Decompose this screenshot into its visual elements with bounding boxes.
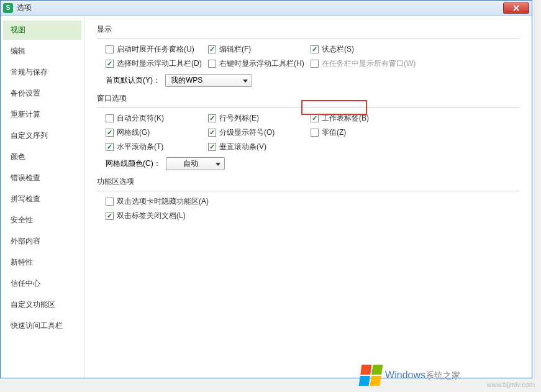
sidebar-item-color[interactable]: 颜色 [3,147,81,166]
label-gridlines: 网格线(G) [117,127,150,138]
gridline-color-value: 自动 [183,158,198,169]
sidebar-item-spellcheck[interactable]: 拼写检查 [3,189,81,209]
label-hscroll: 水平滚动条(T) [117,142,163,152]
window-title: 选项 [17,2,32,13]
sidebar-item-edit[interactable]: 编辑 [3,42,81,61]
sidebar-item-new-features[interactable]: 新特性 [3,253,81,272]
watermark-sub: 系统之家 [425,370,460,380]
checkbox-zero-values[interactable] [311,129,319,137]
checkbox-sheet-tabs[interactable] [311,114,319,122]
checkbox-auto-page-break[interactable] [106,114,114,122]
checkbox-hscroll[interactable] [106,143,114,151]
sidebar-item-trust-center[interactable]: 信任中心 [3,274,81,293]
default-tab-select[interactable]: 我的WPS [165,74,252,87]
label-vscroll: 垂直滚动条(V) [219,142,266,152]
checkbox-formula-bar[interactable] [208,45,216,53]
checkbox-status-bar[interactable] [311,45,319,53]
checkbox-row-col-headers[interactable] [208,114,216,122]
gridline-color-select[interactable]: 自动 [166,157,225,170]
label-float-right: 右键时显示浮动工具栏(H) [219,58,304,69]
section-window-title: 窗口选项 [97,93,519,104]
divider [97,191,519,191]
checkbox-float-select[interactable] [106,60,114,68]
checkbox-dblclick-close[interactable] [106,212,114,220]
close-icon [513,5,519,11]
label-auto-page-break: 自动分页符(K) [117,113,164,124]
gridline-color-label: 网格线颜色(C)： [106,158,161,169]
label-outline-symbols: 分级显示符号(O) [219,127,275,138]
label-dblclick-close: 双击标签关闭文档(L) [117,211,186,221]
sidebar-item-recalc[interactable]: 重新计算 [3,105,81,124]
sidebar-item-quick-access[interactable]: 快速访问工具栏 [3,316,81,335]
label-show-all-windows: 在任务栏中显示所有窗口(W) [322,58,416,69]
checkbox-startup-pane[interactable] [106,45,114,53]
label-float-select: 选择时显示浮动工具栏(D) [117,58,202,69]
default-tab-label: 首页默认页(Y)： [106,75,160,86]
checkbox-float-right[interactable] [208,60,216,68]
checkbox-dblclick-hide[interactable] [106,198,114,206]
app-icon: S [3,3,13,13]
section-ribbon-title: 功能区选项 [97,176,519,187]
titlebar: S 选项 [1,1,532,16]
checkbox-show-all-windows[interactable] [311,60,319,68]
checkbox-vscroll[interactable] [208,143,216,151]
divider [97,107,519,108]
windows-icon [359,365,383,386]
label-sheet-tabs: 工作表标签(B) [322,113,369,124]
sidebar-item-security[interactable]: 安全性 [3,211,81,230]
sidebar-item-backup[interactable]: 备份设置 [3,84,81,103]
watermark-url: www.bjjmlv.com [487,381,535,388]
watermark-main: Windows [385,370,425,380]
label-zero-values: 零值(Z) [322,127,346,138]
checkbox-gridlines[interactable] [106,129,114,137]
sidebar-item-view[interactable]: 视图 [3,21,81,40]
sidebar-item-error-check[interactable]: 错误检查 [3,168,81,188]
label-row-col-headers: 行号列标(E) [219,113,259,124]
label-startup-pane: 启动时展开任务窗格(U) [117,44,194,55]
checkbox-outline-symbols[interactable] [208,129,216,137]
default-tab-value: 我的WPS [171,75,202,86]
watermark-logo: Windows系统之家 [360,365,460,386]
section-display-title: 显示 [97,24,519,35]
options-window: S 选项 视图 编辑 常规与保存 备份设置 重新计算 自定义序列 颜色 错误检查… [0,0,532,378]
label-status-bar: 状态栏(S) [322,44,354,55]
sidebar-item-customize-ribbon[interactable]: 自定义功能区 [3,295,81,314]
sidebar-item-custom-list[interactable]: 自定义序列 [3,126,81,145]
sidebar-item-general-save[interactable]: 常规与保存 [3,63,81,82]
label-formula-bar: 编辑栏(F) [219,44,251,55]
sidebar-item-external[interactable]: 外部内容 [3,232,81,251]
sidebar: 视图 编辑 常规与保存 备份设置 重新计算 自定义序列 颜色 错误检查 拼写检查… [1,16,84,378]
label-dblclick-hide: 双击选项卡时隐藏功能区(A) [117,196,209,207]
main-panel: 显示 启动时展开任务窗格(U) 编辑栏(F) 状态栏(S) [84,16,532,378]
close-button[interactable] [503,2,529,14]
divider [97,39,519,39]
